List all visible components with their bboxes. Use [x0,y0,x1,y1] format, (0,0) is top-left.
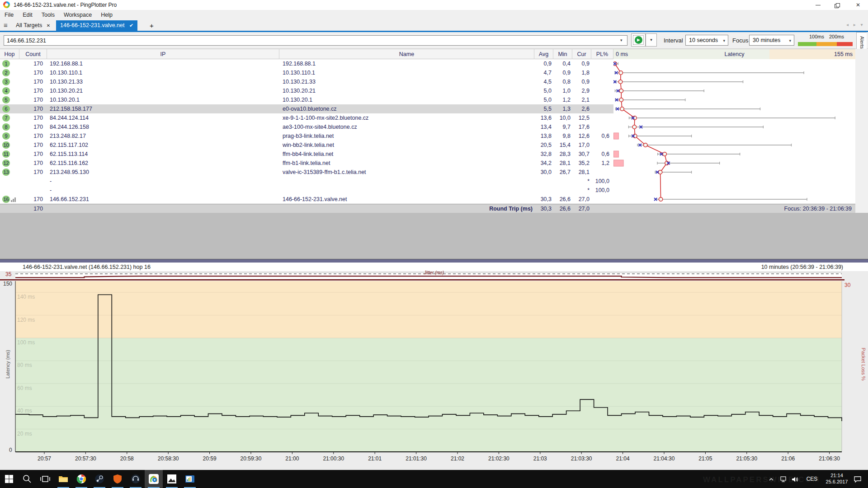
target-address-input[interactable] [4,35,627,46]
time-tick-label: 20:57:30 [75,455,96,462]
file-explorer-icon[interactable] [54,470,72,488]
column-header-cur[interactable]: Cur [572,49,591,59]
task-view-button[interactable] [36,470,54,488]
menu-tools[interactable]: Tools [37,10,59,20]
tab-close-icon[interactable]: ✕ [47,23,50,28]
window-title: 146-66-152-231.valve.net - PingPlotter P… [14,2,117,8]
avg-marker [619,98,623,102]
ygrid-label: 80 ms [17,362,32,368]
column-header-name[interactable]: Name [279,49,534,59]
column-header-avg[interactable]: Avg [534,49,553,59]
table-row[interactable]: 1117062.115.113.114ffm-bb4-link.telia.ne… [0,150,613,159]
ygrid-label: 60 ms [17,385,32,391]
panel-splitter[interactable] [0,259,868,263]
interval-select[interactable]: 10 seconds ▾ [685,35,728,46]
table-row[interactable]: -*100,0 [0,186,613,195]
tray-network-icon[interactable] [779,470,788,488]
table-row[interactable]: 1017062.115.117.102win-bb2-link.telia.ne… [0,141,613,150]
good-zone [15,338,842,452]
start-trace-button[interactable]: ▶ [631,33,646,47]
column-header-min[interactable]: Min [553,49,572,59]
column-header-pl[interactable]: PL% [591,49,613,59]
table-row[interactable]: 417010.130.20.2110.130.20.215,01,02,9 [0,86,613,95]
tray-chevron-icon[interactable] [769,470,774,488]
time-tick-label: 21:05 [698,455,712,462]
hop-badge: 7 [2,114,10,122]
table-row[interactable]: 517010.130.20.110.130.20.15,01,22,1 [0,95,613,104]
hop-badge: 3 [2,78,10,85]
table-row[interactable]: 1217062.115.116.162ffm-b1-link.telia.net… [0,159,613,168]
cell-avg: 5,0 [534,95,553,104]
tab-bar: ≡ All Targets ✕ 146-66-152-231.valve.net… [0,20,868,31]
wallpaper-watermark: WALLPAPERSWIDE.COM [703,475,821,484]
address-dropdown-icon[interactable]: ▾ [620,38,623,42]
steam-icon[interactable] [90,470,108,488]
cell-min: 15,4 [553,141,572,150]
table-row[interactable]: 217010.130.110.110.130.110.14,70,91,8 [0,68,613,77]
table-header: HopCountIPNameAvgMinCurPL%0 msLatency155… [0,49,855,59]
photos-icon[interactable] [163,470,181,488]
search-button[interactable] [18,470,36,488]
cell-pl: 100,0 [591,186,613,195]
time-tick-label: 21:02:30 [488,455,509,462]
cell-ip: 146.66.152.231 [47,195,279,204]
timeline-chart[interactable]: 140 ms120 ms100 ms80 ms60 ms40 ms20 ms20… [0,271,868,470]
cell-min [553,186,572,195]
chrome-icon[interactable] [72,470,90,488]
menu-workspace[interactable]: Workspace [59,10,96,20]
tray-notification-icon[interactable] [854,470,862,488]
interval-value: 10 seconds [689,37,718,43]
tray-clock[interactable]: 21:14 25.6.2017 [823,470,851,488]
close-button[interactable]: ✕ [848,0,868,10]
tab-all-targets-label: All Targets [16,22,42,28]
tab-scroll-arrows[interactable]: ◂ ▸ ▾ [846,22,865,27]
column-header-ip[interactable]: IP [47,49,279,59]
table-row[interactable]: -*100,0 [0,177,613,186]
cell-name: 146-66-152-231.valve.net [279,195,534,204]
column-header-count[interactable]: Count [19,49,47,59]
start-button[interactable] [0,470,18,488]
presentation-icon[interactable] [181,470,199,488]
table-row[interactable]: 817084.244.126.158ae3-100-mx-site4.bluet… [0,122,613,131]
table-row[interactable]: 16170146.66.152.231146-66-152-231.valve.… [0,195,613,204]
table-row[interactable]: 717084.244.124.114xe-9-1-1-100-mx-site2.… [0,113,613,122]
ygrid-label: 120 ms [17,317,35,323]
cell-count: 170 [19,68,47,77]
column-header-hop[interactable]: Hop [0,49,19,59]
trace-options-dropdown[interactable]: ▾ [646,33,657,47]
teamspeak-icon[interactable] [127,470,145,488]
menu-help[interactable]: Help [96,10,117,20]
menu-bar: FileEditToolsWorkspaceHelp [0,10,868,20]
table-row[interactable]: 1170192.168.88.1192.168.88.10,90,40,9 [0,59,613,68]
pingplotter-icon[interactable] [145,470,163,488]
restore-button[interactable] [828,0,848,10]
ygrid-label: 40 ms [17,408,32,414]
column-header-latency[interactable]: 0 msLatency155 ms [613,49,855,59]
table-row[interactable]: 6170212.158.158.177e0-ova10.bluetone.cz5… [0,104,613,113]
menu-file[interactable]: File [0,10,18,20]
time-tick-label: 21:00:30 [323,455,344,462]
minimize-button[interactable] [808,0,828,10]
cell-ip: 10.130.21.33 [47,77,279,86]
avg-marker [644,143,647,147]
time-tick-label: 21:06:30 [819,455,840,462]
focus-select[interactable]: 30 minutes ▾ [749,35,794,46]
tray-volume-icon[interactable] [791,470,799,488]
table-row[interactable]: 13170213.248.95.130valve-ic-315389-ffm-b… [0,168,613,177]
cell-cur: 28,1 [572,168,591,177]
table-row[interactable]: 317010.130.21.3310.130.21.334,50,80,9 [0,77,613,86]
pingplotter-app-icon [3,1,10,8]
cell-count: 170 [19,77,47,86]
summary-cur: 27,0 [572,204,591,213]
antivirus-shield-icon[interactable] [108,470,127,488]
cell-ip: 84.244.124.114 [47,113,279,122]
new-tab-button[interactable]: + [146,20,158,31]
menu-edit[interactable]: Edit [18,10,37,20]
table-row[interactable]: 9170213.248.82.17prag-b3-link.telia.net1… [0,131,613,141]
hop-badge: 8 [2,123,10,131]
tab-all-targets[interactable]: All Targets ✕ [12,20,54,31]
tray-language-indicator[interactable]: CES [804,470,820,488]
tab-target[interactable]: 146-66-152-231.valve.net ✔ [56,20,137,31]
hop-badge: 12 [2,160,10,167]
hamburger-menu-icon[interactable]: ≡ [4,21,8,29]
